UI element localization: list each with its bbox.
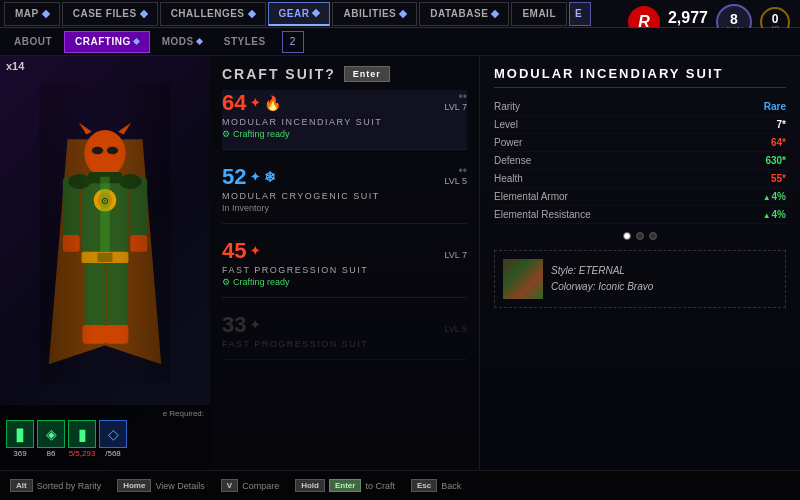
star-icon-4: ✦ xyxy=(250,318,260,332)
resource-item-1: ▮ 369 xyxy=(6,420,34,458)
suit-name-4: FAST PROGRESSION SUIT xyxy=(222,339,368,349)
resource-icon-green2: ◈ xyxy=(37,420,65,448)
sub-tab-mods[interactable]: MODS xyxy=(152,31,212,53)
bottom-bar: Alt Sorted by Rarity Home View Details V… xyxy=(0,470,800,500)
resource-icon-green: ▮ xyxy=(6,420,34,448)
suit-status-1: ⚙ Crafting ready xyxy=(222,129,467,139)
action-back: Esc Back xyxy=(411,479,461,492)
stat-value-elemental-resistance: 4% xyxy=(763,209,786,220)
sub-tab-crafting[interactable]: CRAFTING xyxy=(64,31,150,53)
nav-tab-map[interactable]: MAP xyxy=(4,2,60,26)
dot-1 xyxy=(623,232,631,240)
stat-row-elemental-resistance: Elemental Resistance 4% xyxy=(494,206,786,224)
nav-tab-database[interactable]: DATABASE xyxy=(419,2,509,26)
stat-label-level: Level xyxy=(494,119,518,130)
top-nav-bar: MAP CASE FILES CHALLENGES GEAR ABILITIES… xyxy=(0,0,800,28)
stat-value-health: 55* xyxy=(771,173,786,184)
suit-power-1: 64 ✦ 🔥 xyxy=(222,90,280,116)
stat-label-elemental-armor: Elemental Armor xyxy=(494,191,568,202)
esc-key: Esc xyxy=(411,479,437,492)
nav-tab-challenges[interactable]: CHALLENGES xyxy=(160,2,266,26)
suit-power-3: 45 ✦ xyxy=(222,238,260,264)
sub-tab-styles[interactable]: STYLES xyxy=(214,31,276,53)
level-number: 8 xyxy=(730,12,738,26)
character-panel: x14 ⊙ xyxy=(0,56,210,470)
diamond-icon xyxy=(491,9,499,17)
sub-nav-badge: 2 xyxy=(282,31,304,53)
suit-item-cryogenic[interactable]: 52 ✦ ❄ •• MODULAR CRYOGENIC SUIT LVL 5 I… xyxy=(222,164,467,224)
stat-row-health: Health 55* xyxy=(494,170,786,188)
dot-2 xyxy=(636,232,644,240)
stat-value-rarity: Rare xyxy=(764,101,786,112)
stat-row-power: Power 64* xyxy=(494,134,786,152)
action-sort: Alt Sorted by Rarity xyxy=(10,479,101,492)
details-panel: MODULAR INCENDIARY SUIT Rarity Rare Leve… xyxy=(480,56,800,470)
star-icon-2: ✦ xyxy=(250,170,260,184)
suit-power-4: 33 ✦ xyxy=(222,312,260,338)
resource-item-2: ◈ 86 xyxy=(37,420,65,458)
gear-icon: ⚙ xyxy=(222,129,230,139)
gear-icon-2: ⚙ xyxy=(222,277,230,287)
action-view-details: Home View Details xyxy=(117,479,205,492)
resource-count-4: /568 xyxy=(105,449,121,458)
stat-label-elemental-resistance: Elemental Resistance xyxy=(494,209,591,220)
dot-3 xyxy=(649,232,657,240)
character-image: ⊙ xyxy=(0,56,210,410)
nav-tab-email[interactable]: EMAIL xyxy=(511,2,567,26)
action-compare: V Compare xyxy=(221,479,279,492)
suit-item-fast[interactable]: 45 ✦ FAST PROGRESSION SUIT LVL 7 ⚙ Craft… xyxy=(222,238,467,298)
diamond-icon xyxy=(139,9,147,17)
suit-item-incendiary[interactable]: 64 ✦ 🔥 •• MODULAR INCENDIARY SUIT LVL 7 … xyxy=(222,90,467,150)
character-svg: ⊙ xyxy=(35,83,175,383)
resource-count-3: 5/5,293 xyxy=(69,449,96,458)
resource-count-1: 369 xyxy=(13,449,26,458)
suit-status-3: ⚙ Crafting ready xyxy=(222,277,467,287)
diamond-icon xyxy=(41,9,49,17)
pagination-dots xyxy=(494,232,786,240)
nav-tab-gear[interactable]: GEAR xyxy=(268,2,331,26)
resource-icon-green3: ▮ xyxy=(68,420,96,448)
resource-count-2: 86 xyxy=(47,449,56,458)
svg-rect-23 xyxy=(39,83,170,383)
sub-nav-bar: ABOUT CRAFTING MODS STYLES 2 xyxy=(0,28,800,56)
style-section: Style: ETERNAL Colorway: Iconic Bravo xyxy=(494,250,786,308)
resources-label: e Required: xyxy=(6,409,204,418)
sort-label: Sorted by Rarity xyxy=(37,481,102,491)
suit-status-2: In Inventory xyxy=(222,203,467,213)
suit-name-3: FAST PROGRESSION SUIT xyxy=(222,265,368,275)
enter-button[interactable]: Enter xyxy=(344,66,390,82)
fire-icon: 🔥 xyxy=(264,95,280,111)
stat-row-rarity: Rarity Rare xyxy=(494,98,786,116)
enter-key: Enter xyxy=(329,479,361,492)
craft-title: CRAFT SUIT? Enter xyxy=(222,66,467,82)
details-title: MODULAR INCENDIARY SUIT xyxy=(494,66,786,88)
suit-level-4: LVL 5 xyxy=(444,324,467,349)
suit-item-fast-2[interactable]: 33 ✦ FAST PROGRESSION SUIT LVL 5 xyxy=(222,312,467,360)
ap-number: 0 xyxy=(772,13,779,25)
diamond-icon xyxy=(196,38,203,45)
resource-item-3: ▮ 5/5,293 xyxy=(68,420,96,458)
sub-tab-about[interactable]: ABOUT xyxy=(4,31,62,53)
action-craft: Hold Enter to Craft xyxy=(295,479,395,492)
ice-icon: ❄ xyxy=(264,169,280,185)
nav-tab-abilities[interactable]: ABILITIES xyxy=(332,2,417,26)
suit-level-2: LVL 5 xyxy=(444,176,467,201)
alt-key: Alt xyxy=(10,479,33,492)
stat-value-defense: 630* xyxy=(765,155,786,166)
nav-tab-case-files[interactable]: CASE FILES xyxy=(62,2,158,26)
nav-tab-e[interactable]: E xyxy=(569,2,591,26)
resources-row: ▮ 369 ◈ 86 ▮ 5/5,293 xyxy=(6,420,204,458)
diamond-icon xyxy=(312,9,320,17)
diamond-icon xyxy=(133,38,140,45)
stat-value-elemental-armor: 4% xyxy=(763,191,786,202)
home-key: Home xyxy=(117,479,151,492)
star-icon: ✦ xyxy=(250,96,260,110)
hold-key: Hold xyxy=(295,479,325,492)
stat-label-defense: Defense xyxy=(494,155,531,166)
craft-panel: CRAFT SUIT? Enter 64 ✦ 🔥 •• MODULAR INCE… xyxy=(210,56,480,470)
diamond-icon xyxy=(247,9,255,17)
suit-level-1: LVL 7 xyxy=(444,102,467,127)
suit-power-2: 52 ✦ ❄ xyxy=(222,164,280,190)
stat-value-power: 64* xyxy=(771,137,786,148)
stat-label-power: Power xyxy=(494,137,522,148)
